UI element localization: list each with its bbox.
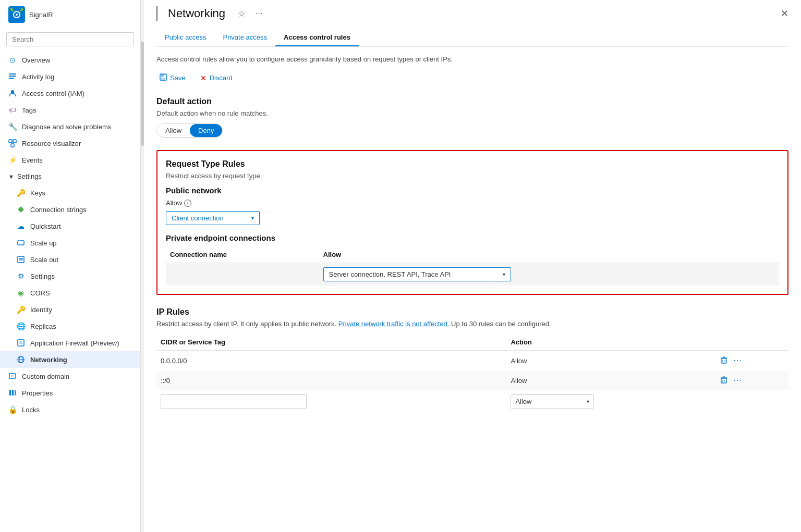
delete-button[interactable] xyxy=(719,355,729,366)
sidebar-item-scale-out[interactable]: Scale out xyxy=(0,251,140,268)
sidebar-item-label: Scale out xyxy=(30,256,58,264)
svg-rect-16 xyxy=(19,259,23,261)
public-network-dropdown[interactable]: Client connection ▾ xyxy=(166,211,260,225)
connection-strings-icon xyxy=(17,205,25,214)
more-options-button[interactable]: ··· xyxy=(733,355,743,366)
deny-toggle-btn[interactable]: Deny xyxy=(190,124,222,137)
sidebar-item-label: Diagnose and solve problems xyxy=(22,123,111,131)
col-action: Action xyxy=(506,334,714,351)
page-description: Access control rules allow you to config… xyxy=(156,55,788,63)
ip-rules-description: Restrict access by client IP. It only ap… xyxy=(156,320,788,328)
events-icon: ⚡ xyxy=(8,156,17,164)
table-row: 0.0.0.0/0 Allow ··· xyxy=(156,351,788,371)
sidebar-nav: ⊙ Overview Activity log Access control (… xyxy=(0,52,140,532)
tabs-container: Public access Private access Access cont… xyxy=(156,29,788,47)
allow-label-row: Allow i xyxy=(166,199,779,207)
svg-rect-29 xyxy=(161,78,165,80)
private-endpoint-table: Connection name Allow Server connection,… xyxy=(166,246,779,286)
chevron-down-icon: ▾ xyxy=(587,399,589,404)
sidebar-item-replicas[interactable]: 🌐 Replicas xyxy=(0,318,140,335)
tab-access-control-rules[interactable]: Access control rules xyxy=(275,29,359,46)
page-title: Networking xyxy=(168,7,225,20)
svg-rect-7 xyxy=(9,78,14,79)
sidebar-item-properties[interactable]: Properties xyxy=(0,385,140,401)
sidebar-item-settings[interactable]: ⚙ Settings xyxy=(0,268,140,284)
settings-icon: ⚙ xyxy=(17,272,25,280)
discard-button[interactable]: ✕ Discard xyxy=(197,72,236,84)
app-logo: SignalR xyxy=(0,0,140,29)
properties-icon xyxy=(8,389,17,397)
locks-icon: 🔒 xyxy=(8,405,17,414)
sidebar-item-overview[interactable]: ⊙ Overview xyxy=(0,52,140,68)
sidebar-item-label: Events xyxy=(22,156,43,164)
sidebar-scrollbar-track xyxy=(141,0,144,532)
discard-label: Discard xyxy=(210,74,233,82)
favorite-button[interactable]: ☆ xyxy=(236,8,247,20)
svg-rect-9 xyxy=(9,140,12,143)
sidebar-item-keys[interactable]: 🔑 Keys xyxy=(0,184,140,201)
allow-action-dropdown[interactable]: Allow ▾ xyxy=(511,394,594,409)
sidebar-item-access-control[interactable]: Access control (IAM) xyxy=(0,85,140,102)
svg-rect-18 xyxy=(19,341,22,344)
sidebar-item-locks[interactable]: 🔒 Locks xyxy=(0,401,140,418)
quickstart-icon: ☁ xyxy=(17,222,25,230)
new-cidr-cell xyxy=(156,390,506,413)
sidebar-item-tags[interactable]: 🏷 Tags xyxy=(0,102,140,118)
ip-rules-link[interactable]: Private network traffic is not affected. xyxy=(338,320,450,328)
sidebar-item-quickstart[interactable]: ☁ Quickstart xyxy=(0,218,140,234)
allow-label: Allow xyxy=(166,199,182,207)
sidebar-item-activity-log[interactable]: Activity log xyxy=(0,68,140,85)
sidebar-item-label: Replicas xyxy=(30,323,56,330)
sidebar-item-label: CORS xyxy=(30,289,50,297)
info-icon[interactable]: i xyxy=(184,200,191,207)
delete-button[interactable] xyxy=(719,375,729,386)
sidebar-settings-group[interactable]: ▼ Settings xyxy=(0,168,140,184)
sidebar-item-custom-domain[interactable]: Custom domain xyxy=(0,368,140,385)
trash-icon xyxy=(720,376,727,383)
private-endpoint-allow-dropdown[interactable]: Server connection, REST API, Trace API ▾ xyxy=(323,267,511,281)
header-actions: ☆ ··· xyxy=(236,8,264,20)
save-button[interactable]: Save xyxy=(156,71,189,84)
sidebar-item-label: Networking xyxy=(30,356,67,364)
new-action-buttons xyxy=(715,390,788,413)
save-icon xyxy=(160,73,167,82)
custom-domain-icon xyxy=(8,372,17,380)
sidebar-item-connection-strings[interactable]: Connection strings xyxy=(0,201,140,218)
connection-name-cell xyxy=(166,263,319,286)
sidebar-item-label: Application Firewall (Preview) xyxy=(30,339,119,347)
sidebar-item-identity[interactable]: 🔑 Identity xyxy=(0,301,140,318)
sidebar-item-cors[interactable]: ◉ CORS xyxy=(0,284,140,301)
tab-private-access[interactable]: Private access xyxy=(214,29,275,46)
default-action-title: Default action xyxy=(156,97,788,106)
chevron-down-icon: ▾ xyxy=(503,271,505,277)
tags-icon: 🏷 xyxy=(8,106,17,114)
sidebar-scrollbar-thumb[interactable] xyxy=(141,42,144,146)
default-action-desc: Default action when no rule matches. xyxy=(156,109,788,117)
ip-rules-section: IP Rules Restrict access by client IP. I… xyxy=(156,307,788,413)
close-button[interactable]: ✕ xyxy=(781,8,788,19)
row-actions-cell: ··· xyxy=(715,351,788,371)
col-cidr: CIDR or Service Tag xyxy=(156,334,506,351)
allow-toggle-btn[interactable]: Allow xyxy=(157,124,190,137)
diagnose-icon: 🔧 xyxy=(8,122,17,131)
more-options-button[interactable]: ··· xyxy=(253,8,264,19)
sidebar-item-diagnose[interactable]: 🔧 Diagnose and solve problems xyxy=(0,118,140,135)
sidebar-item-label: Custom domain xyxy=(22,373,69,380)
search-input[interactable] xyxy=(6,32,134,46)
cidr-input[interactable] xyxy=(161,394,307,409)
sidebar-item-networking[interactable]: Networking xyxy=(0,351,140,368)
svg-marker-12 xyxy=(18,206,24,213)
main-content: Networking ☆ ··· ✕ Public access Private… xyxy=(144,0,801,532)
replicas-icon: 🌐 xyxy=(17,322,25,330)
dropdown-value: Server connection, REST API, Trace API xyxy=(329,270,451,278)
public-network-title: Public network xyxy=(166,186,779,195)
sidebar-item-scale-up[interactable]: Scale up xyxy=(0,234,140,251)
svg-rect-35 xyxy=(721,378,726,383)
tab-public-access[interactable]: Public access xyxy=(156,29,214,46)
networking-icon xyxy=(17,355,25,364)
more-options-button[interactable]: ··· xyxy=(733,375,743,386)
ip-rules-table: CIDR or Service Tag Action 0.0.0.0/0 All… xyxy=(156,334,788,413)
sidebar-item-events[interactable]: ⚡ Events xyxy=(0,152,140,168)
sidebar-item-resource-visualizer[interactable]: Resource visualizer xyxy=(0,135,140,152)
sidebar-item-app-firewall[interactable]: Application Firewall (Preview) xyxy=(0,335,140,351)
